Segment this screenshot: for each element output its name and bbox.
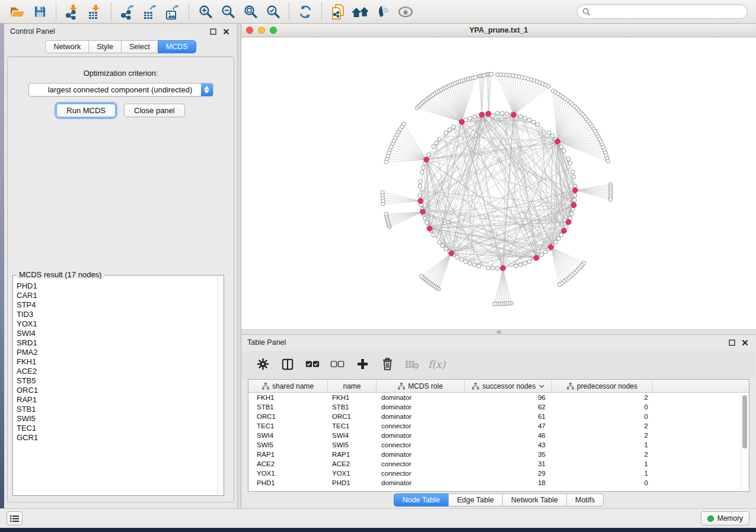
column-header-successor-nodes[interactable]: successor nodes	[465, 380, 552, 392]
table-cell: SWI5	[248, 441, 328, 448]
mcds-result-item[interactable]: YOX1	[17, 319, 216, 329]
delete-column-button[interactable]	[377, 354, 397, 375]
column-header-MCDS-role[interactable]: MCDS role	[377, 380, 465, 392]
mcds-result-item[interactable]: STB5	[17, 376, 216, 386]
table-cell: 18	[465, 479, 552, 486]
tab-motifs[interactable]: Motifs	[566, 493, 604, 507]
export-network-button[interactable]	[116, 2, 139, 22]
import-table-button[interactable]	[84, 2, 106, 22]
mcds-result-item[interactable]: SWI5	[17, 414, 216, 424]
table-row[interactable]: TEC1TEC1connector472	[248, 421, 749, 431]
close-panel-button[interactable]: Close panel	[124, 104, 185, 117]
toolbar-separator	[289, 3, 289, 21]
table-row[interactable]: STB1STB1dominator620	[248, 402, 749, 412]
save-session-button[interactable]	[28, 2, 51, 22]
tab-select[interactable]: Select	[121, 40, 158, 53]
export-table-button[interactable]	[139, 2, 161, 22]
close-panel-icon[interactable]	[221, 26, 231, 37]
open-session-button[interactable]	[6, 2, 28, 22]
mcds-result-item[interactable]: ACE2	[17, 367, 216, 376]
tab-style[interactable]: Style	[88, 40, 121, 53]
memory-button[interactable]: Memory	[701, 511, 749, 525]
result-scrollbar[interactable]	[217, 276, 223, 495]
mcds-result-item[interactable]: SRD1	[17, 338, 216, 348]
show-column-panel-button[interactable]	[277, 354, 298, 375]
add-column-button[interactable]	[352, 354, 372, 375]
float-panel-icon[interactable]	[208, 26, 218, 37]
table-row[interactable]: SWI4SWI4dominator462	[248, 431, 749, 440]
tab-node-table[interactable]: Node Table	[394, 493, 448, 507]
table-row[interactable]: RAP1RAP1dominator352	[248, 450, 749, 459]
task-history-button[interactable]	[7, 511, 23, 525]
network-view-canvas[interactable]	[241, 37, 756, 329]
import-table-icon	[87, 4, 103, 20]
import-network-button[interactable]	[61, 2, 84, 22]
mcds-result-list[interactable]: PHD1CAR1STP4TID3YOX1SWI4SRD1PMA2FKH1ACE2…	[17, 281, 216, 493]
horizontal-splitter[interactable]	[241, 329, 756, 335]
table-panel-title: Table Panel	[247, 338, 724, 347]
column-header-name[interactable]: name	[328, 380, 377, 392]
scrollbar-thumb[interactable]	[742, 395, 747, 448]
zoom-out-button[interactable]	[216, 2, 239, 22]
tab-network-table[interactable]: Network Table	[502, 493, 566, 507]
export-image-button[interactable]	[161, 2, 184, 22]
table-cell: FKH1	[328, 394, 377, 401]
column-type-icon	[398, 383, 405, 390]
mcds-result-item[interactable]: GCR1	[17, 433, 216, 443]
mcds-result-item[interactable]: CAR1	[17, 291, 216, 300]
tab-mcds[interactable]: MCDS	[158, 40, 196, 53]
deselect-all-button[interactable]	[327, 354, 347, 375]
close-panel-icon[interactable]	[739, 337, 750, 348]
table-row[interactable]: YOX1YOX1connector291	[248, 469, 749, 478]
zoom-fit-button[interactable]	[239, 2, 261, 22]
import-network-icon	[65, 4, 80, 20]
column-label: predecessor nodes	[577, 382, 637, 390]
column-header-predecessor-nodes[interactable]: predecessor nodes	[552, 380, 653, 392]
table-scrollbar[interactable]	[741, 393, 748, 491]
graphics-details-icon	[375, 5, 391, 19]
mcds-result-item[interactable]: PHD1	[17, 281, 216, 291]
search-input[interactable]	[591, 8, 742, 16]
zoom-in-button[interactable]	[194, 2, 216, 22]
table-cell: 46	[465, 432, 552, 439]
mcds-result-item[interactable]: STB1	[17, 405, 216, 414]
dropdown-stepper-icon	[201, 84, 213, 96]
table-settings-button[interactable]	[253, 354, 273, 375]
run-mcds-button[interactable]: Run MCDS	[56, 104, 116, 117]
network-file-button[interactable]	[327, 2, 349, 22]
select-all-button[interactable]	[302, 354, 323, 375]
desktop-wallpaper-strip	[0, 24, 4, 508]
plus-icon	[357, 358, 368, 370]
table-row[interactable]: FKH1FKH1dominator962	[248, 393, 749, 402]
column-header-shared-name[interactable]: shared name	[248, 380, 328, 392]
mcds-result-item[interactable]: SWI4	[17, 329, 216, 338]
table-cell: dominator	[377, 432, 465, 439]
tab-edge-table[interactable]: Edge Table	[448, 493, 502, 507]
table-row[interactable]: ORC1ORC1dominator610	[248, 412, 749, 421]
show-hide-button[interactable]	[394, 2, 417, 22]
table-row[interactable]: ACE2ACE2connector311	[248, 459, 749, 469]
mcds-result-item[interactable]: PMA2	[17, 348, 216, 357]
search-homes-button[interactable]	[349, 2, 372, 22]
float-panel-icon[interactable]	[726, 337, 737, 348]
mcds-result-item[interactable]: ORC1	[17, 386, 216, 395]
table-row[interactable]: SWI5SWI5connector431	[248, 440, 749, 450]
tab-network[interactable]: Network	[45, 40, 88, 53]
mcds-result-item[interactable]: FKH1	[17, 357, 216, 367]
mcds-result-item[interactable]: TEC1	[17, 424, 216, 433]
graphics-details-button[interactable]	[372, 2, 394, 22]
table-cell: YOX1	[328, 470, 377, 477]
refresh-button[interactable]	[294, 2, 317, 22]
zoom-selected-button[interactable]	[261, 2, 284, 22]
table-row[interactable]: PHD1PHD1dominator180	[248, 478, 749, 488]
criterion-dropdown[interactable]: largest connected component (undirected)	[28, 83, 213, 97]
open-folder-icon	[9, 5, 25, 19]
mcds-result-item[interactable]: TID3	[17, 310, 216, 319]
search-field[interactable]	[577, 4, 748, 19]
mcds-result-item[interactable]: STP4	[17, 300, 216, 310]
mcds-result-item[interactable]: RAP1	[17, 395, 216, 405]
network-window-titlebar: YPA_prune.txt_1	[241, 24, 756, 37]
control-panel-title: Control Panel	[10, 27, 205, 36]
table-cell: dominator	[377, 403, 465, 411]
table-header-row: shared namenameMCDS rolesuccessor nodesp…	[248, 380, 749, 393]
